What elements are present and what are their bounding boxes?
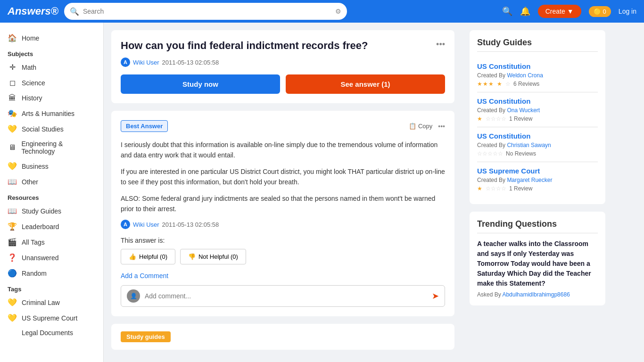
author-avatar: A (121, 58, 130, 67)
question-date: 2011-05-13 02:05:58 (162, 59, 219, 66)
filter-icon[interactable]: ⚙ (335, 8, 341, 15)
study-guides-icon: 📖 (8, 206, 17, 215)
random-icon: 🔵 (8, 269, 17, 278)
sg-title-2[interactable]: US Constitution (477, 132, 598, 140)
trending-author-link[interactable]: AbdulhamidIbrahimgp8686 (502, 291, 570, 298)
sidebar-item-social-studies[interactable]: 💛 Social Studies (0, 121, 103, 137)
sg-rating-3: ★☆☆☆☆ 1 Review (477, 185, 598, 192)
sidebar-item-legal-documents[interactable]: Legal Documents (0, 326, 103, 340)
helpful-button[interactable]: 👍 Helpful (0) (121, 249, 175, 264)
sg-meta-3: Created By Margaret Ruecker (477, 177, 598, 183)
notification-icon[interactable]: 🔔 (520, 6, 530, 16)
sidebar-item-home[interactable]: 🏠 Home (0, 30, 103, 46)
leaderboard-icon: 🏆 (8, 222, 17, 231)
sg-author-link-3[interactable]: Margaret Ruecker (507, 177, 552, 183)
sidebar-item-history[interactable]: 🏛 History (0, 90, 103, 106)
question-title: How can you find federal indictment reco… (121, 40, 436, 52)
search-icon-global[interactable]: 🔍 (502, 6, 512, 16)
create-button[interactable]: Create ▼ (538, 5, 581, 18)
copy-button[interactable]: 📋 Copy (409, 123, 432, 130)
sidebar-item-business[interactable]: 💛 Business (0, 158, 103, 174)
sg-stars-1: ★ (477, 115, 483, 122)
thumbs-down-icon: 👎 (188, 253, 196, 260)
add-comment-link[interactable]: Add a Comment (121, 272, 445, 280)
unanswered-icon: ❓ (8, 253, 17, 262)
search-bar: 🔍 ⚙ (64, 3, 347, 20)
trending-meta: Asked By AbdulhamidIbrahimgp8686 (477, 291, 598, 298)
science-icon: ◻ (8, 78, 17, 87)
coin-icon: 🟡 (594, 8, 601, 15)
author-link[interactable]: Wiki User (133, 59, 159, 66)
all-tags-icon: 🎬 (8, 238, 17, 247)
study-guide-item-2: US Constitution Created By Christian Saw… (477, 127, 598, 162)
sg-reviews-1: 1 Review (509, 115, 532, 122)
answer-paragraph-1: I seriously doubt that this information … (121, 140, 445, 161)
not-helpful-button[interactable]: 👎 Not Helpful (0) (180, 249, 246, 264)
sg-meta-2: Created By Christian Sawayn (477, 142, 598, 148)
study-guides-widget: Study Guides US Constitution Created By … (470, 30, 605, 204)
send-comment-button[interactable]: ➤ (432, 291, 439, 301)
answer-paragraph-3: ALSO: Some federal grand jury indictment… (121, 193, 445, 214)
engineering-icon: 🖥 (8, 143, 17, 152)
sg-rating-1: ★☆☆☆☆ 1 Review (477, 115, 598, 122)
answer-more-options-button[interactable]: ••• (438, 123, 445, 130)
answer-header: Best Answer 📋 Copy ••• (121, 120, 445, 132)
sidebar-item-us-supreme-court[interactable]: 💛 US Supreme Court (0, 310, 103, 326)
login-button[interactable]: Log in (619, 8, 636, 15)
study-guides-tab[interactable]: Study guides (121, 331, 171, 342)
study-guide-item-3: US Supreme Court Created By Margaret Rue… (477, 162, 598, 197)
sg-title-3[interactable]: US Supreme Court (477, 167, 598, 175)
sg-author-link-1[interactable]: Ona Wuckert (507, 107, 540, 114)
sidebar-item-arts-humanities[interactable]: 🎭 Arts & Humanities (0, 106, 103, 121)
sg-rating-0: ★★★★☆ 6 Reviews (477, 81, 598, 87)
sg-title-0[interactable]: US Constitution (477, 62, 598, 70)
question-meta: A Wiki User 2011-05-13 02:05:58 (121, 58, 445, 67)
more-options-button[interactable]: ••• (436, 40, 445, 49)
sidebar: 🏠 Home Subjects ✛ Math ◻ Science 🏛 Histo… (0, 23, 104, 362)
study-guide-item-1: US Constitution Created By Ona Wuckert ★… (477, 92, 598, 127)
sg-author-link-2[interactable]: Christian Sawayn (507, 142, 551, 148)
answer-footer-meta: A Wiki User 2011-05-13 02:05:58 (121, 220, 445, 229)
sg-meta-1: Created By Ona Wuckert (477, 107, 598, 114)
other-icon: 📖 (8, 177, 17, 186)
subjects-label: Subjects (0, 46, 103, 59)
see-answer-button[interactable]: See answer (1) (286, 74, 445, 94)
sg-author-link-0[interactable]: Weldon Crona (507, 72, 543, 79)
vote-buttons: 👍 Helpful (0) 👎 Not Helpful (0) (121, 249, 445, 264)
sg-rating-2: ☆☆☆☆☆ No Reviews (477, 150, 598, 157)
sg-reviews-0: 6 Reviews (513, 81, 539, 87)
comment-input[interactable] (145, 292, 427, 300)
sidebar-item-other[interactable]: 📖 Other (0, 174, 103, 189)
answer-paragraph-2: If you are interested in one particular … (121, 166, 445, 188)
sg-title-1[interactable]: US Constitution (477, 97, 598, 105)
sidebar-item-leaderboard[interactable]: 🏆 Leaderboard (0, 219, 103, 234)
sg-reviews-2: No Reviews (506, 150, 536, 157)
sidebar-item-criminal-law[interactable]: 💛 Criminal Law (0, 295, 103, 310)
thumbs-up-icon: 👍 (129, 253, 136, 260)
us-supreme-court-icon: 💛 (8, 313, 17, 322)
social-studies-icon: 💛 (8, 124, 17, 133)
sidebar-item-engineering[interactable]: 🖥 Engineering & Technology (0, 137, 103, 158)
resources-label: Resources (0, 189, 103, 203)
sidebar-item-all-tags[interactable]: 🎬 All Tags (0, 234, 103, 250)
home-icon: 🏠 (8, 33, 17, 42)
sg-meta-0: Created By Weldon Crona (477, 72, 598, 79)
sidebar-item-unanswered[interactable]: ❓ Unanswered (0, 250, 103, 265)
study-now-button[interactable]: Study now (121, 74, 280, 94)
answer-author-link[interactable]: Wiki User (133, 221, 159, 228)
coins-badge: 🟡 0 (589, 6, 611, 17)
chevron-down-icon: ▼ (567, 8, 574, 15)
sidebar-item-science[interactable]: ◻ Science (0, 75, 103, 90)
action-buttons: Study now See answer (1) (121, 74, 445, 94)
sidebar-item-study-guides[interactable]: 📖 Study Guides (0, 203, 103, 219)
search-input[interactable] (83, 8, 331, 15)
page-layout: 🏠 Home Subjects ✛ Math ◻ Science 🏛 Histo… (0, 23, 644, 362)
question-header: How can you find federal indictment reco… (121, 40, 445, 52)
sidebar-item-math[interactable]: ✛ Math (0, 59, 103, 75)
trending-question[interactable]: A teacher walks into the Classroom and s… (477, 239, 598, 288)
search-icon: 🔍 (70, 7, 79, 16)
study-guides-widget-title: Study Guides (477, 38, 598, 52)
sidebar-item-random[interactable]: 🔵 Random (0, 265, 103, 281)
math-icon: ✛ (8, 63, 17, 72)
answer-card: Best Answer 📋 Copy ••• I seriously doubt… (111, 111, 454, 316)
